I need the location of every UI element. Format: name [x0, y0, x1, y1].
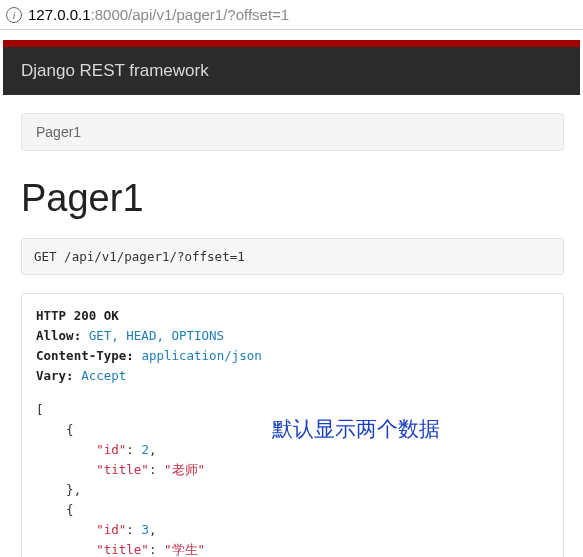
breadcrumb-current: Pager1 [36, 124, 81, 140]
ctype-value: application/json [141, 348, 261, 363]
url-host: 127.0.0.1 [28, 6, 91, 23]
title-1: "学生" [164, 542, 205, 557]
status-line: HTTP 200 OK [36, 308, 119, 323]
title-0: "老师" [164, 462, 205, 477]
navbar: Django REST framework [3, 47, 580, 95]
vary-value: Accept [81, 368, 126, 383]
page-title: Pager1 [21, 177, 564, 220]
ctype-label: Content-Type: [36, 348, 134, 363]
info-icon: i [6, 7, 22, 23]
allow-label: Allow: [36, 328, 81, 343]
response-block: HTTP 200 OK Allow: GET, HEAD, OPTIONS Co… [21, 293, 564, 557]
request-line: GET /api/v1/pager1/?offset=1 [21, 238, 564, 275]
main-content: Pager1 Pager1 GET /api/v1/pager1/?offset… [3, 95, 580, 557]
breadcrumb: Pager1 [21, 113, 564, 151]
red-strip [3, 40, 580, 47]
request-path: /api/v1/pager1/?offset=1 [64, 249, 245, 264]
browser-address-bar[interactable]: i 127.0.0.1:8000/api/v1/pager1/?offset=1 [0, 0, 583, 30]
url-text: 127.0.0.1:8000/api/v1/pager1/?offset=1 [28, 6, 289, 23]
allow-value: GET, HEAD, OPTIONS [89, 328, 224, 343]
url-path: :8000/api/v1/pager1/?offset=1 [91, 6, 290, 23]
request-method: GET [34, 249, 57, 264]
brand-link[interactable]: Django REST framework [21, 61, 209, 80]
annotation-text: 默认显示两个数据 [272, 412, 440, 446]
vary-label: Vary: [36, 368, 74, 383]
